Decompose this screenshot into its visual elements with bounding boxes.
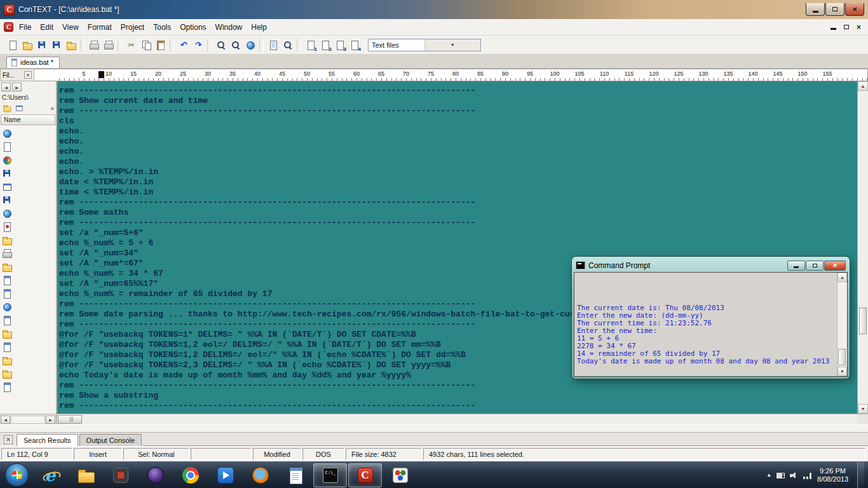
file-item[interactable] xyxy=(2,247,56,260)
file-item[interactable] xyxy=(2,153,56,166)
file-panel-caption[interactable]: Fil... × xyxy=(0,69,34,81)
open-project-button[interactable] xyxy=(64,37,78,52)
save-all-button[interactable] xyxy=(49,37,64,52)
scroll-down-icon[interactable]: ▼ xyxy=(858,404,868,414)
menu-format[interactable]: Format xyxy=(83,20,116,34)
file-panel-close-button[interactable]: × xyxy=(24,71,32,79)
taskbar-app-dark-button[interactable] xyxy=(104,463,137,487)
open-file-button[interactable] xyxy=(20,37,34,52)
menu-edit[interactable]: Edit xyxy=(36,20,58,34)
cmd-maximize-button[interactable] xyxy=(806,261,824,271)
editor-vertical-scrollbar[interactable]: ▲ ▼ xyxy=(857,81,868,414)
mdi-system-icon[interactable]: C xyxy=(4,22,13,32)
menu-file[interactable]: File xyxy=(15,20,36,34)
battery-icon[interactable] xyxy=(776,471,785,479)
file-item[interactable] xyxy=(2,180,56,193)
file-item[interactable] xyxy=(2,327,56,340)
file-item[interactable] xyxy=(2,340,56,353)
name-column-header[interactable]: Name xyxy=(1,114,55,125)
find-in-files-button[interactable] xyxy=(243,37,257,52)
file-item[interactable] xyxy=(2,207,56,220)
sidebar-mini-scrollbar[interactable]: ◀ ▶ xyxy=(0,414,57,424)
file-item[interactable] xyxy=(2,193,56,207)
taskbar-notes-button[interactable] xyxy=(278,463,312,487)
menu-project[interactable]: Project xyxy=(116,20,149,34)
scroll-up-icon[interactable]: ▲ xyxy=(837,273,847,282)
horizontal-scroll-thumb[interactable] xyxy=(58,415,82,424)
new-file-button[interactable] xyxy=(5,37,20,52)
bookmark-2-button[interactable]: 2 xyxy=(318,37,332,52)
file-item[interactable] xyxy=(2,353,56,367)
file-item[interactable] xyxy=(2,220,56,233)
taskbar-explorer-button[interactable] xyxy=(69,463,102,487)
file-item[interactable] xyxy=(2,287,56,300)
scroll-down-icon[interactable]: ▼ xyxy=(837,367,847,376)
find-replace-button[interactable] xyxy=(228,37,243,52)
sidebar-more-button[interactable]: » xyxy=(50,105,54,112)
save-button[interactable] xyxy=(34,37,49,52)
file-item[interactable] xyxy=(2,367,56,380)
vertical-scroll-thumb[interactable] xyxy=(859,308,867,334)
scroll-left-icon[interactable]: ◀ xyxy=(1,416,10,424)
show-desktop-button[interactable] xyxy=(857,462,864,488)
copy-button[interactable] xyxy=(139,37,153,52)
taskbar-chrome-button[interactable] xyxy=(173,463,207,487)
scroll-right-icon[interactable]: ▶ xyxy=(46,416,55,424)
preview-button[interactable] xyxy=(280,37,295,52)
cut-button[interactable] xyxy=(124,37,139,52)
undo-button[interactable] xyxy=(176,37,191,52)
network-icon[interactable] xyxy=(803,471,812,479)
chevron-down-icon[interactable]: ▼ xyxy=(424,39,481,51)
mdi-restore-button[interactable] xyxy=(841,22,851,32)
menu-tools[interactable]: Tools xyxy=(149,20,175,34)
title-bar[interactable]: C ConTEXT - [C:\an\ideas.bat *] × xyxy=(0,0,868,19)
mdi-close-button[interactable]: × xyxy=(853,22,864,32)
filetype-dropdown[interactable]: Text files ▼ xyxy=(368,39,481,51)
file-item[interactable] xyxy=(2,380,56,393)
cmd-title-bar[interactable]: Command Prompt × xyxy=(574,259,848,272)
file-item[interactable] xyxy=(2,313,56,327)
sidebar-forward-button[interactable]: ▶ xyxy=(12,83,22,92)
notes-button[interactable] xyxy=(266,37,280,52)
file-item[interactable] xyxy=(2,140,56,153)
print-button[interactable] xyxy=(86,37,101,52)
bookmark-4-button[interactable]: 4 xyxy=(347,37,362,52)
minimize-button[interactable] xyxy=(806,3,825,16)
maximize-button[interactable] xyxy=(825,3,844,16)
taskbar-paint-button[interactable] xyxy=(383,463,417,487)
bottom-panel-close-button[interactable]: × xyxy=(4,435,13,444)
view-icon[interactable] xyxy=(15,104,24,112)
sidebar-back-button[interactable]: ◀ xyxy=(1,83,11,92)
close-button[interactable]: × xyxy=(845,3,864,16)
taskbar-cmd-button[interactable] xyxy=(313,463,347,487)
mdi-minimize-button[interactable] xyxy=(828,22,839,32)
find-button[interactable] xyxy=(214,37,228,52)
show-hidden-icons-button[interactable]: ▲ xyxy=(766,472,771,478)
bookmark-1-button[interactable]: 1 xyxy=(303,37,318,52)
menu-view[interactable]: View xyxy=(58,20,83,34)
bottom-tab-search-results[interactable]: Search Results xyxy=(17,434,78,446)
file-item[interactable] xyxy=(2,233,56,247)
file-item[interactable] xyxy=(2,166,56,180)
taskbar-player-button[interactable] xyxy=(208,463,242,487)
volume-icon[interactable] xyxy=(790,471,798,479)
editor-horizontal-scrollbar[interactable] xyxy=(57,414,857,424)
file-item[interactable] xyxy=(2,126,56,140)
paste-button[interactable] xyxy=(153,37,168,52)
taskbar-media-button[interactable] xyxy=(139,463,172,487)
sidebar-scroll-track[interactable] xyxy=(11,416,45,424)
file-item[interactable] xyxy=(2,300,56,313)
code-editor[interactable]: rem ------------------------------------… xyxy=(57,81,857,414)
taskbar-context-button[interactable] xyxy=(348,463,382,487)
export-button[interactable] xyxy=(101,37,116,52)
file-item[interactable] xyxy=(2,273,56,287)
cmd-minimize-button[interactable] xyxy=(787,261,805,271)
taskbar-ie-button[interactable] xyxy=(34,463,67,487)
menu-help[interactable]: Help xyxy=(247,20,271,34)
menu-options[interactable]: Options xyxy=(175,20,210,34)
taskbar-clock[interactable]: 9:26 PM 8/08/2013 xyxy=(817,467,848,484)
scroll-up-icon[interactable]: ▲ xyxy=(858,81,868,91)
taskbar-firefox-button[interactable] xyxy=(243,463,277,487)
folder-icon[interactable] xyxy=(3,104,11,112)
sidebar-path[interactable]: C:\Users\ xyxy=(0,93,56,102)
